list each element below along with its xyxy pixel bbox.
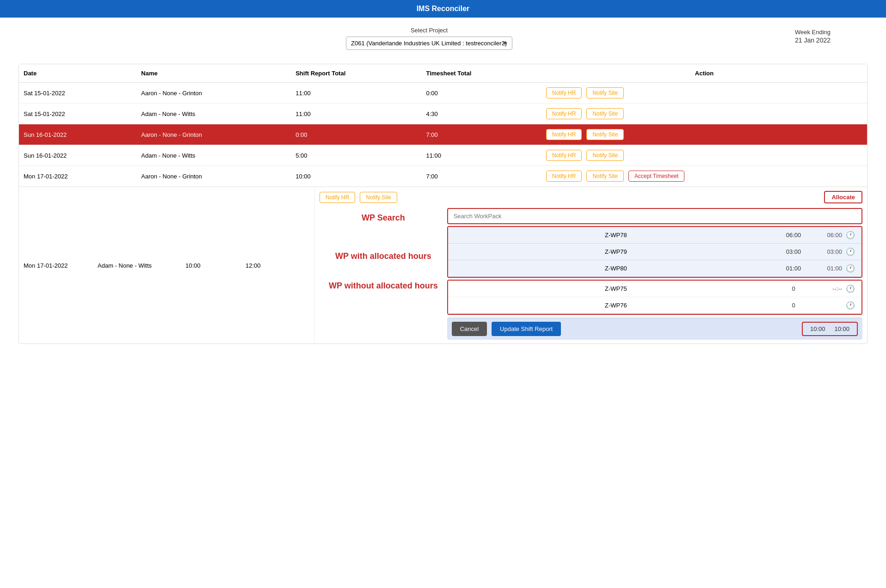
cell-action: Notify HR Notify Site [541,145,867,166]
cell-timesheet-total: 0:00 [421,83,541,104]
wp-item-wp76[interactable]: Z-WP76 0 🕐 [448,297,861,314]
col-shift-total: Shift Report Total [291,64,421,83]
search-workpack-input[interactable] [447,208,862,224]
workpack-list-allocated: Z-WP78 06:00 06:00 🕐 Z-WP79 03:00 03:00 [447,226,862,278]
notify-hr-btn[interactable]: Notify HR [546,150,582,161]
cell-timesheet-total: 11:00 [421,145,541,166]
clock-icon-wp76[interactable]: 🕐 [846,301,855,310]
col-action: Action [541,64,867,83]
cell-shift-total: 10:00 [291,166,421,187]
cell-name: Aaron - None - Grinton [136,124,291,145]
notify-site-btn[interactable]: Notify Site [586,129,624,140]
cell-date: Sat 15-01-2022 [19,83,136,104]
col-date: Date [19,64,136,83]
total-left: 10:00 [810,325,825,332]
table-row: Mon 17-01-2022 Aaron - None - Grinton 10… [19,166,867,187]
table-row: Sat 15-01-2022 Adam - None - Witts 11:00… [19,104,867,124]
cell-shift-total: 0:00 [291,124,421,145]
main-table: Date Name Shift Report Total Timesheet T… [19,64,867,187]
row6-date: Mon 17-01-2022 [24,262,98,269]
wp-item-wp80[interactable]: Z-WP80 01:00 01:00 🕐 [448,260,861,277]
notify-site-btn[interactable]: Notify Site [586,171,624,182]
notify-hr-btn[interactable]: Notify HR [546,87,582,98]
cell-timesheet-total: 4:30 [421,104,541,124]
row6-name: Adam - None - Witts [98,262,185,269]
annotation-panel: WP Search WP with allocated hours WP wit… [320,208,443,296]
notify-hr-btn[interactable]: Notify HR [546,171,582,182]
notify-site-btn-row6[interactable]: Notify Site [360,192,397,203]
cell-action: Notify HR Notify Site [541,83,867,104]
row6-timesheet: 12:00 [246,262,306,269]
cell-date: Sat 15-01-2022 [19,104,136,124]
notify-hr-btn[interactable]: Notify HR [546,129,582,140]
col-timesheet-total: Timesheet Total [421,64,541,83]
notify-site-btn[interactable]: Notify Site [586,87,624,98]
wp-item-wp78[interactable]: Z-WP78 06:00 06:00 🕐 [448,227,861,244]
table-row: Sun 16-01-2022 Aaron - None - Grinton 0:… [19,124,867,145]
clock-icon-wp78[interactable]: 🕐 [846,231,855,239]
cell-name: Adam - None - Witts [136,145,291,166]
wp-item-wp79[interactable]: Z-WP79 03:00 03:00 🕐 [448,244,861,260]
total-right: 10:00 [834,325,849,332]
allocate-btn-row6[interactable]: Allocate [824,191,862,203]
week-ending-section: Week Ending 21 Jan 2022 [795,27,831,44]
cell-timesheet-total: 7:00 [421,166,541,187]
project-select[interactable]: Z061 (Vanderlande Industries UK Limited … [346,37,512,50]
totals-box: 10:00 10:00 [802,322,858,336]
cancel-button[interactable]: Cancel [452,322,487,336]
clock-icon-wp79[interactable]: 🕐 [846,247,855,256]
cell-name: Aaron - None - Grinton [136,83,291,104]
cell-name: Adam - None - Witts [136,104,291,124]
bottom-action-row: Cancel Update Shift Report 10:00 10:00 [447,318,862,340]
col-name: Name [136,64,291,83]
row6-shift: 10:00 [185,262,246,269]
notify-hr-btn-row6[interactable]: Notify HR [320,192,355,203]
cell-date: Mon 17-01-2022 [19,166,136,187]
cell-name: Aaron - None - Grinton [136,166,291,187]
cell-timesheet-total: 7:00 [421,124,541,145]
cell-shift-total: 5:00 [291,145,421,166]
accept-timesheet-btn[interactable]: Accept Timesheet [628,171,684,182]
project-section: Select Project Z061 (Vanderlande Industr… [295,27,563,50]
cell-action: Notify HR Notify Site Accept Timesheet [541,166,867,187]
wp-without-hours-label: WP without allocated hours [329,281,438,291]
top-bar: IMS Reconciler [0,0,886,18]
wp-item-wp75[interactable]: Z-WP75 0 --:-- 🕐 [448,281,861,297]
update-shift-button[interactable]: Update Shift Report [492,322,561,336]
notify-site-btn[interactable]: Notify Site [586,108,624,119]
clock-icon-wp80[interactable]: 🕐 [846,264,855,273]
wp-with-hours-label: WP with allocated hours [335,251,431,262]
notify-hr-btn[interactable]: Notify HR [546,108,582,119]
wp-search-label: WP Search [362,213,405,223]
cell-date: Sun 16-01-2022 [19,145,136,166]
table-row: Sat 15-01-2022 Aaron - None - Grinton 11… [19,83,867,104]
notify-site-btn[interactable]: Notify Site [586,150,624,161]
cell-shift-total: 11:00 [291,83,421,104]
allocate-expanded-row: Mon 17-01-2022 Adam - None - Witts 10:00… [19,187,867,343]
cell-action: Notify HR Notify Site [541,104,867,124]
cell-date: Sun 16-01-2022 [19,124,136,145]
clock-icon-wp75[interactable]: 🕐 [846,284,855,293]
table-row: Sun 16-01-2022 Adam - None - Witts 5:00 … [19,145,867,166]
cell-shift-total: 11:00 [291,104,421,124]
project-label: Select Project [411,27,448,34]
cell-action: Notify HR Notify Site [541,124,867,145]
